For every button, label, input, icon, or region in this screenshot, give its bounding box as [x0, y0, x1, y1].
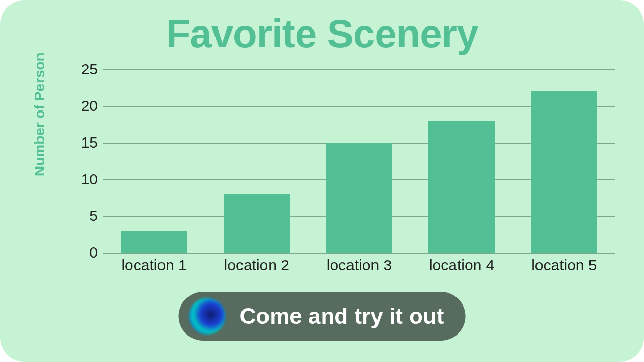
cta-button[interactable]: Come and try it out	[179, 292, 466, 341]
bar	[326, 143, 392, 253]
y-axis-ticks: 0510152025	[67, 69, 98, 253]
y-tick: 15	[81, 134, 98, 151]
x-tick-label: location 3	[318, 257, 400, 274]
chart-title: Favorite Scenery	[0, 0, 644, 56]
bar	[428, 121, 495, 253]
bar	[531, 91, 597, 253]
x-tick-label: location 5	[523, 257, 605, 274]
chart-card: Favorite Scenery Number of Person 051015…	[0, 0, 644, 362]
x-tick-label: location 4	[421, 257, 502, 274]
gridline	[103, 253, 615, 254]
bar	[121, 231, 187, 253]
plot-area	[103, 69, 615, 253]
y-tick: 25	[81, 61, 98, 78]
x-tick-label: location 1	[114, 257, 195, 274]
y-axis-label: Number of Person	[32, 52, 48, 176]
y-tick: 10	[81, 171, 98, 188]
y-tick: 5	[89, 207, 98, 225]
orb-icon	[189, 298, 226, 335]
x-axis-labels: location 1location 2location 3location 4…	[103, 257, 615, 274]
bar	[224, 194, 290, 253]
bars	[103, 69, 615, 253]
cta-label: Come and try it out	[240, 303, 444, 329]
bar-chart: Number of Person 0510152025 location 1lo…	[57, 69, 615, 288]
y-tick: 20	[81, 97, 98, 115]
x-tick-label: location 2	[216, 257, 298, 274]
y-tick: 0	[89, 244, 98, 261]
